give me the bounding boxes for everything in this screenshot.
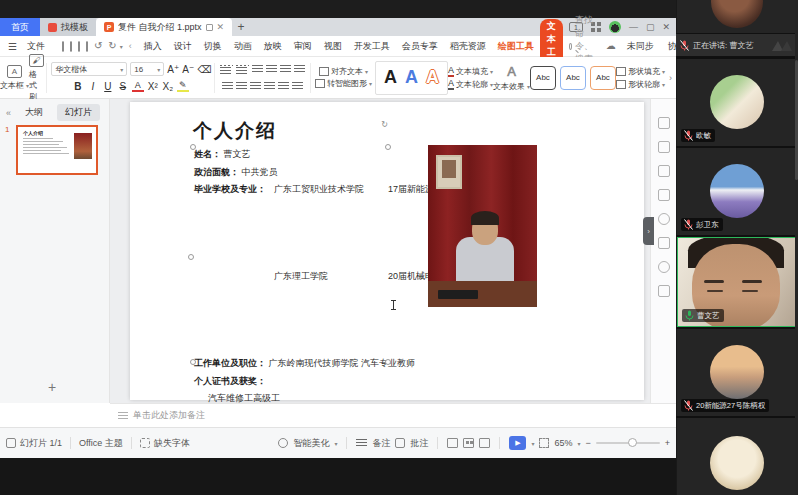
rotate-handle-icon[interactable]: ↻ <box>380 120 389 129</box>
decrease-font-icon[interactable]: A⁻ <box>182 64 194 75</box>
timer-icon[interactable] <box>658 213 670 225</box>
menu-animations[interactable]: 动画 <box>228 40 258 53</box>
home-tab[interactable]: 首页 <box>0 18 40 36</box>
pin-tab-icon[interactable] <box>206 24 213 31</box>
shape-outline-button[interactable]: 形状轮廓 ▾ <box>616 79 665 90</box>
underline-button[interactable]: U <box>102 81 114 92</box>
hamburger-menu-icon[interactable]: ☰ <box>0 41 21 52</box>
line-spacing-icon[interactable] <box>280 65 291 74</box>
slide-text-row[interactable]: 毕业学校及专业：广东工贸职业技术学院17届新能源汽车专业 <box>194 181 636 268</box>
document-tab[interactable]: P 复件 自我介绍 1.pptx ✕ <box>96 18 232 36</box>
chevron-down-icon[interactable]: ▾ <box>577 440 580 447</box>
menu-membership[interactable]: 会员专享 <box>396 40 444 53</box>
slide-title[interactable]: 个人介绍 <box>193 118 277 144</box>
font-name-select[interactable]: 华文楷体 ▾ <box>51 62 127 76</box>
undo-icon[interactable]: ↺ <box>94 41 102 51</box>
menu-draw-tools[interactable]: 绘图工具 <box>492 40 540 53</box>
missing-font-warning[interactable]: 缺失字体 <box>154 437 190 450</box>
format-painter-button[interactable]: 🖌 格式刷 <box>29 54 44 102</box>
slide-text-row[interactable]: 广东理工学院20届机械电子工程专业 <box>194 268 636 355</box>
slide-sorter-icon[interactable] <box>463 438 474 448</box>
close-window-icon[interactable]: ✕ <box>662 22 670 32</box>
selection-pane-icon[interactable] <box>658 189 670 201</box>
font-size-select[interactable]: 16 ▾ <box>130 62 164 76</box>
menu-view[interactable]: 视图 <box>318 40 348 53</box>
cloud-sync-icon[interactable]: ☁ <box>606 41 616 51</box>
font-color-button[interactable]: A <box>132 80 144 92</box>
superscript-button[interactable]: X² <box>147 81 159 92</box>
align-center-icon[interactable] <box>236 82 247 91</box>
slideshow-play-button[interactable]: ▶ <box>509 436 526 450</box>
subscript-button[interactable]: X₂ <box>162 81 174 92</box>
slide-text-row[interactable]: 政治面貌： 中共党员 <box>194 164 636 182</box>
text-fill-button[interactable]: A 文本填充 ▾ <box>448 66 493 77</box>
slide-text-row[interactable]: 姓名： 曹文艺 <box>194 146 636 164</box>
new-tab-button[interactable]: + <box>232 18 250 36</box>
zoom-slider[interactable] <box>596 442 660 444</box>
chevron-down-icon[interactable]: ▾ <box>334 440 337 447</box>
background-icon[interactable] <box>658 237 670 249</box>
selection-handle[interactable] <box>385 144 391 150</box>
export-icon[interactable] <box>70 41 72 52</box>
text-box-button[interactable]: A 文本框▾ <box>0 65 29 91</box>
participant-tile[interactable]: 彭卫东 <box>677 148 796 235</box>
theme-name[interactable]: Office 主题 <box>79 437 123 450</box>
to-smart-graphic-button[interactable]: 转智能图形 ▾ <box>315 78 372 89</box>
editing-canvas[interactable]: 个人介绍 姓名： 曹文艺 政治面貌： 中共党员 毕业学校及专业：广东工贸职业技术… <box>110 99 676 403</box>
bold-button[interactable]: B <box>72 81 84 92</box>
view-switch-icon[interactable] <box>6 438 16 448</box>
decrease-indent-icon[interactable] <box>252 65 263 74</box>
print-preview-icon[interactable] <box>86 41 88 52</box>
slide-thumbnail[interactable]: 个人介绍 <box>16 125 98 175</box>
reading-view-icon[interactable] <box>479 438 490 448</box>
notes-toggle[interactable]: 备注 <box>372 437 390 450</box>
selection-handle[interactable] <box>188 254 194 260</box>
menu-transitions[interactable]: 切换 <box>198 40 228 53</box>
minimize-icon[interactable]: — <box>629 22 638 32</box>
sync-status[interactable]: 未同步 <box>621 40 660 53</box>
account-avatar[interactable] <box>609 21 621 33</box>
highlight-button[interactable]: ✎ <box>177 80 189 92</box>
increase-font-icon[interactable]: A⁺ <box>167 64 179 75</box>
distribute-text-icon[interactable] <box>278 82 289 91</box>
add-slide-button[interactable]: + <box>48 379 56 395</box>
text-style-orange-outline[interactable]: A <box>426 67 439 88</box>
comments-toggle[interactable]: 批注 <box>410 437 428 450</box>
slide[interactable]: 个人介绍 姓名： 曹文艺 政治面貌： 中共党员 毕业学校及专业：广东工贸职业技术… <box>130 102 644 400</box>
align-right-icon[interactable] <box>250 82 261 91</box>
participant-tile[interactable]: 20新能源27号陈柄权 <box>677 329 796 416</box>
menu-slideshow[interactable]: 放映 <box>258 40 288 53</box>
zoom-in-button[interactable]: + <box>665 438 670 448</box>
ribbon-scroll-left-icon[interactable]: ‹ <box>123 41 138 51</box>
bullet-list-icon[interactable] <box>220 65 233 74</box>
normal-view-icon[interactable] <box>447 438 458 448</box>
slide-text-row[interactable]: 个人证书及获奖： <box>194 373 636 391</box>
align-text-button[interactable]: 对齐文本 ▾ <box>319 66 368 77</box>
text-effects-button[interactable]: A 文本效果▾ <box>493 64 530 92</box>
italic-button[interactable]: I <box>87 81 99 92</box>
save-icon[interactable] <box>62 41 64 52</box>
menu-file[interactable]: 文件 <box>21 40 51 53</box>
align-left-icon[interactable] <box>222 82 233 91</box>
ribbon-expand-icon[interactable]: › <box>665 73 676 83</box>
strikethrough-button[interactable]: S <box>117 81 129 92</box>
zoom-out-button[interactable]: − <box>585 438 590 448</box>
increase-indent-icon[interactable] <box>266 65 277 74</box>
participant-tile-active-speaker[interactable]: 曹文艺 <box>677 237 796 327</box>
selection-handle[interactable] <box>385 359 391 365</box>
docer-tab[interactable]: 找模板 <box>40 18 96 36</box>
collapse-panel-icon[interactable]: « <box>6 108 11 118</box>
numbered-list-icon[interactable] <box>236 65 249 74</box>
clear-format-icon[interactable]: ⌫ <box>197 64 209 75</box>
shape-style-blue[interactable]: Abc <box>560 66 586 90</box>
shape-fill-button[interactable]: 形状填充 ▾ <box>616 66 665 77</box>
notes-toggle-icon[interactable] <box>356 439 367 448</box>
slide-photo[interactable] <box>428 145 537 307</box>
menu-docer-resources[interactable]: 稻壳资源 <box>444 40 492 53</box>
object-properties-icon[interactable] <box>658 117 670 129</box>
chevron-down-icon[interactable]: ▾ <box>531 440 534 447</box>
smart-beautify-button[interactable]: 智能美化 <box>293 437 329 450</box>
participant-tile-partial-bottom[interactable] <box>677 418 796 495</box>
text-outline-button[interactable]: A 文本轮廓 ▾ <box>448 79 493 90</box>
selection-handle[interactable] <box>190 144 196 150</box>
